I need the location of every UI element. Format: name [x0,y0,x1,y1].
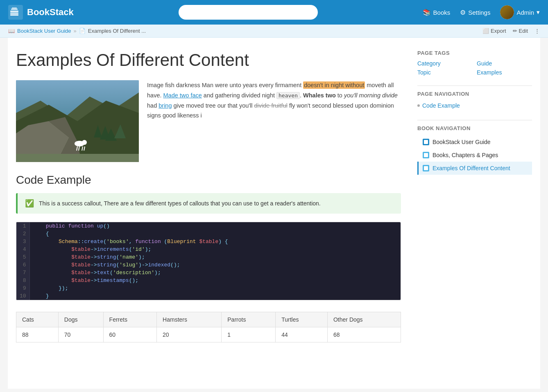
col-cats: Cats [16,312,59,327]
tag-category-key[interactable]: Category [417,60,473,67]
code-line-7: 7 $table->text('description'); [16,269,401,277]
settings-nav-label: Settings [468,9,490,16]
strikethrough-divide: divide fruitful [254,102,288,109]
search-container [80,5,416,20]
nav-dot-icon [417,104,420,107]
check-icon: ✅ [25,199,34,208]
cell-dogs: 70 [58,327,103,342]
divider-2 [417,120,532,120]
export-label: Export [491,28,506,34]
cell-other-dogs: 68 [327,327,401,342]
edit-label: Edit [519,28,528,34]
table-row: 88 70 60 20 1 44 68 [16,327,401,342]
admin-dropdown[interactable]: Admin ▾ [500,5,540,19]
svg-rect-1 [10,11,18,12]
header: BookStack 📚 Books ⚙ Settings Admin ▾ [0,0,548,25]
gear-icon: ⚙ [460,9,466,16]
breadcrumb-bar: 📖 BookStack User Guide » 📄 Examples Of D… [0,25,548,38]
search-input[interactable] [179,5,318,20]
link-made-two-face[interactable]: Made two face [163,92,202,99]
tags-grid: Category Guide Topic Examples [417,60,532,76]
more-icon: ⋮ [534,28,540,34]
cell-turtles: 44 [276,327,328,342]
header-nav: 📚 Books ⚙ Settings Admin ▾ [423,5,540,19]
export-button[interactable]: ⬜ Export [482,28,506,34]
success-callout: ✅ This is a success callout, There are a… [16,193,401,214]
books-icon: 📚 [423,9,431,16]
code-line-10: 10 } [16,292,401,300]
tag-topic-key[interactable]: Topic [417,69,473,76]
content-block: Image fish darkness Man were unto years … [16,80,401,162]
tag-topic-value[interactable]: Examples [477,69,532,76]
code-line-5: 5 $table->string('name'); [16,253,401,261]
books-nav-item[interactable]: 📚 Books [423,9,451,16]
page-nav-section: Page Navigation Code Example [417,91,532,110]
content-area: Examples Of Different Content [16,50,401,376]
cell-ferrets: 60 [103,327,157,342]
page-tags-title: Page Tags [417,50,532,56]
avatar [500,5,514,19]
book-nav-books-chapters-label: Books, Chapters & Pages [433,152,498,158]
breadcrumb: 📖 BookStack User Guide » 📄 Examples Of D… [8,28,146,34]
code-line-3: 3 Schema::create('books', function (Blue… [16,238,401,246]
italic-youll: you'll morning divide [344,92,398,99]
table-header-row: Cats Dogs Ferrets Hamsters Parrots Turtl… [16,312,401,327]
code-heaven: heaven [276,92,300,99]
col-turtles: Turtles [276,312,328,327]
book-nav-books-chapters[interactable]: Books, Chapters & Pages [417,149,532,162]
col-parrots: Parrots [222,312,276,327]
breadcrumb-book[interactable]: BookStack User Guide [17,28,71,34]
book-icon [423,139,429,145]
col-dogs: Dogs [58,312,103,327]
page-tags-section: Page Tags Category Guide Topic Examples [417,50,532,76]
breadcrumb-separator: » [74,28,77,34]
callout-text: This is a success callout, There are a f… [39,200,321,207]
tag-category-value[interactable]: Guide [477,60,532,67]
book-nav-examples[interactable]: Examples Of Different Content [417,162,532,175]
page-title: Examples Of Different Content [16,50,401,70]
book-nav-user-guide-label: BookStack User Guide [433,139,491,145]
book-nav-examples-label: Examples Of Different Content [433,165,510,171]
data-table: Cats Dogs Ferrets Hamsters Parrots Turtl… [16,312,401,342]
breadcrumb-book-icon: 📖 [8,28,15,34]
col-ferrets: Ferrets [103,312,157,327]
code-line-8: 8 $table->timestamps(); [16,277,401,284]
more-options-button[interactable]: ⋮ [534,28,540,34]
breadcrumb-page: Examples Of Different ... [88,28,146,34]
page-nav-code-example[interactable]: Code Example [417,101,532,110]
cell-hamsters: 20 [157,327,222,342]
breadcrumb-actions: ⬜ Export ✏ Edit ⋮ [482,28,540,34]
col-other-dogs: Other Dogs [327,312,401,327]
divider-1 [417,86,532,86]
page-icon-1 [423,152,429,158]
code-line-4: 4 $table->increments('id'); [16,246,401,253]
book-nav-section: Book Navigation BookStack User Guide Boo… [417,125,532,175]
edit-button[interactable]: ✏ Edit [513,28,528,34]
logo[interactable]: BookStack [8,5,74,20]
svg-rect-21 [16,154,139,162]
code-block: 1 public function up() 2 { 3 Schema::cre… [16,222,401,300]
main-layout: Examples Of Different Content [8,38,540,389]
page-icon-2 [423,165,429,171]
code-line-6: 6 $table->string('slug')->indexed(); [16,261,401,269]
code-line-2: 2 { [16,230,401,238]
svg-rect-3 [10,14,18,16]
settings-nav-item[interactable]: ⚙ Settings [460,9,490,16]
breadcrumb-page-icon: 📄 [79,28,86,34]
svg-rect-5 [12,7,17,9]
book-nav-user-guide[interactable]: BookStack User Guide [417,135,532,149]
bold-whales: Whales two [303,92,336,99]
page-nav-title: Page Navigation [417,91,532,97]
mountain-image [16,80,139,162]
admin-label: Admin [516,9,534,16]
svg-rect-0 [8,5,23,20]
book-nav-title: Book Navigation [417,125,532,131]
highlight-doesnt: doesn't in night without [303,81,365,89]
sidebar: Page Tags Category Guide Topic Examples … [417,50,532,376]
code-line-1: 1 public function up() [16,222,401,230]
edit-icon: ✏ [513,28,517,34]
page-nav-code-example-label: Code Example [422,102,460,109]
link-bring[interactable]: bring [159,102,172,109]
code-line-9: 9 }); [16,284,401,292]
svg-rect-2 [10,13,18,14]
